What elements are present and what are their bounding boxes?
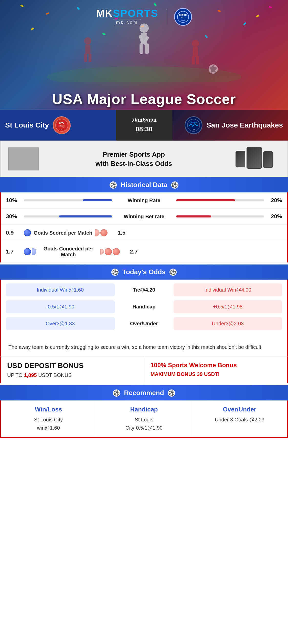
- odds-handicap-left[interactable]: -0.5/1@1.90: [6, 300, 115, 313]
- svg-text:SJ: SJ: [193, 129, 195, 130]
- bonus-right-panel: 100% Sports Welcome Bonus MAXIMUM BONUS …: [144, 356, 287, 383]
- svg-rect-12: [85, 44, 90, 54]
- winning-bet-bars-right: [176, 215, 264, 217]
- recommend-ball-icon-right: ⚽: [168, 389, 175, 397]
- app-promo-text: Premier Sports App with Best-in-Class Od…: [44, 150, 223, 168]
- mk-text: MK: [96, 8, 113, 19]
- svg-text:CITY: CITY: [59, 122, 64, 124]
- winning-rate-bars: [24, 199, 112, 201]
- winning-bet-label: Winning Bet rate: [115, 214, 174, 220]
- odds-over[interactable]: Over3@1.83: [6, 317, 115, 330]
- winning-bet-right: 20%: [267, 213, 282, 220]
- match-time: 08:30: [135, 125, 153, 133]
- recommend-col-winloss: Win/Loss St Louis City win@1.60: [1, 401, 96, 437]
- bonus-section: USD DEPOSIT BONUS UP TO 1,895 USDT BONUS…: [0, 356, 288, 383]
- blue-ball-1: [24, 229, 31, 236]
- odds-under[interactable]: Under3@2.03: [174, 317, 282, 330]
- odds-handicap-label: Handicap: [119, 304, 170, 310]
- app-promo-section: Premier Sports App with Best-in-Class Od…: [0, 141, 288, 177]
- recommend-section-header: ⚽ Recommend ⚽: [0, 385, 288, 400]
- red-ball-2: [100, 229, 108, 236]
- winning-bet-bars: [24, 215, 112, 217]
- svg-rect-18: [196, 56, 199, 64]
- historical-section-header: ⚽ Historical Data ⚽: [0, 177, 288, 192]
- home-team-name: St Louis City: [5, 121, 49, 129]
- red-ball-3b: [105, 248, 112, 255]
- phone-tablet: [247, 147, 262, 169]
- analysis-section: The away team is currently struggling to…: [0, 338, 288, 356]
- players-svg: [42, 18, 247, 82]
- hero-banner: MKSPORTS mk.com EMPOLI F.C. 1920: [0, 0, 288, 110]
- winning-rate-label: Winning Rate: [115, 198, 174, 203]
- recommend-grid: Win/Loss St Louis City win@1.60 Handicap…: [1, 400, 287, 437]
- bonus-left-panel: USD DEPOSIT BONUS UP TO 1,895 USDT BONUS: [1, 356, 144, 383]
- recommend-title: Recommend: [124, 389, 164, 397]
- winning-rate-fill-left: [83, 199, 112, 201]
- odds-away-win[interactable]: Individual Win@4.00: [174, 283, 282, 296]
- home-team-section: St Louis City CITY SC: [0, 110, 116, 141]
- mk-logo-text: MKSPORTS: [96, 8, 158, 19]
- winning-rate-fill-right: [176, 199, 235, 201]
- bonus-right-amount: 39: [197, 371, 202, 377]
- stat-row-goals-conceded: 1.7 Goals Conceded per Match 2.7: [1, 241, 287, 262]
- bonus-left-amount: 1,895: [24, 372, 37, 378]
- winning-bet-left: 30%: [6, 213, 21, 220]
- goals-conceded-label: Goals Conceded per Match: [39, 246, 98, 258]
- red-ball-1: [95, 229, 100, 236]
- odds-data-section: Individual Win@1.60 Tie@4.20 Individual …: [0, 280, 288, 338]
- goals-scored-right-val: 1.5: [110, 229, 125, 236]
- home-team-badge: CITY SC: [53, 116, 71, 134]
- winning-bet-fill-left: [59, 215, 112, 217]
- odds-home-win[interactable]: Individual Win@1.60: [6, 283, 115, 296]
- winning-rate-bars-right: [176, 199, 264, 201]
- app-promo-image: [8, 147, 39, 170]
- blue-ball-2a: [24, 248, 31, 255]
- away-team-section: QUAKES SJ San Jose Earthquakes: [172, 110, 288, 141]
- recommend-col-ou: Over/Under Under 3 Goals @2.03: [192, 401, 287, 437]
- bonus-right-title: 100% Sports Welcome Bonus: [151, 362, 281, 369]
- svg-rect-7: [140, 43, 143, 54]
- winning-bet-bar-left: [24, 215, 112, 217]
- odds-section-header: ⚽ Today's Odds ⚽: [0, 264, 288, 280]
- svg-rect-14: [89, 54, 91, 62]
- odds-handicap-right[interactable]: +0.5/1@1.98: [174, 300, 282, 313]
- stat-row-winning-rate: 10% Winning Rate 20%: [1, 192, 287, 209]
- winning-rate-right: 20%: [267, 197, 282, 204]
- odds-tie-label: Tie@4.20: [119, 287, 170, 293]
- winning-rate-bar-left: [24, 199, 112, 201]
- stat-row-winning-bet: 30% Winning Bet rate 20%: [1, 209, 287, 225]
- recommend-data-section: Win/Loss St Louis City win@1.60 Handicap…: [0, 400, 288, 438]
- svg-point-11: [84, 37, 91, 44]
- sports-text: SPORTS: [113, 8, 158, 19]
- svg-rect-13: [84, 54, 87, 62]
- recommend-winloss-detail: St Louis City win@1.60: [6, 416, 91, 432]
- svg-point-5: [140, 24, 149, 33]
- away-team-badge: QUAKES SJ: [185, 116, 202, 134]
- svg-point-15: [192, 40, 199, 47]
- soccer-ball-icon-left: ⚽: [110, 181, 117, 189]
- odds-row-ou: Over3@1.83 Over/Under Under3@2.03: [6, 317, 282, 330]
- red-ball-3c: [113, 248, 120, 255]
- historical-title: Historical Data: [121, 181, 167, 189]
- winning-rate-left: 10%: [6, 197, 21, 204]
- goals-conceded-icons-right: [100, 248, 120, 255]
- svg-rect-17: [192, 56, 195, 64]
- odds-row-handicap: -0.5/1@1.90 Handicap +0.5/1@1.98: [6, 300, 282, 313]
- svg-text:SC: SC: [60, 129, 63, 130]
- match-center-info: 7/04/2024 08:30: [116, 110, 172, 141]
- recommend-col-handicap: Handicap St Louis City-0.5/1@1.90: [96, 401, 192, 437]
- winning-bet-fill-right: [176, 215, 211, 217]
- goals-conceded-icons-left: [24, 248, 36, 255]
- stat-row-goals-scored: 0.9 Goals Scored per Match 1.5: [1, 225, 287, 241]
- odds-ball-icon-left: ⚽: [111, 269, 119, 276]
- odds-row-win: Individual Win@1.60 Tie@4.20 Individual …: [6, 283, 282, 296]
- recommend-handicap-detail: St Louis City-0.5/1@1.90: [101, 416, 186, 432]
- svg-text:QUAKES: QUAKES: [190, 121, 197, 123]
- goals-scored-label: Goals Scored per Match: [34, 230, 92, 236]
- away-team-name: San Jose Earthquakes: [206, 121, 283, 129]
- odds-title: Today's Odds: [122, 268, 166, 276]
- winning-bet-bar-right: [176, 215, 264, 217]
- goals-conceded-right-val: 2.7: [122, 248, 138, 255]
- odds-ou-label: Over/Under: [119, 321, 170, 327]
- bonus-left-sub: UP TO 1,895 USDT BONUS: [7, 372, 137, 378]
